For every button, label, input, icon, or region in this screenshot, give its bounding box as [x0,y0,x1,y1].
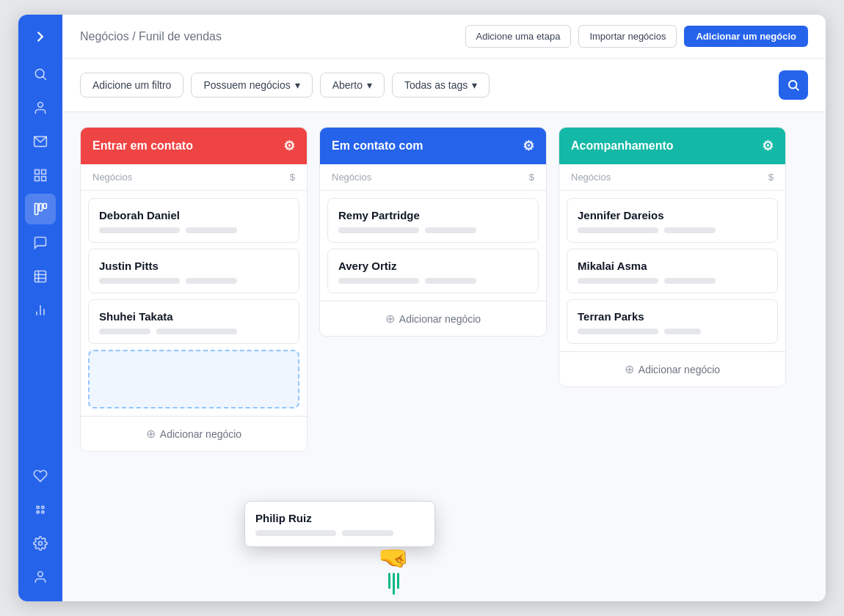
add-deal-col2-button[interactable]: ⊕ Adicionar negócio [320,301,546,336]
svg-rect-8 [35,204,38,215]
add-deal-col1-button[interactable]: ⊕ Adicionar negócio [81,416,307,451]
breadcrumb-main: Negócios [80,30,129,43]
bar-7 [338,227,419,233]
sidebar-item-apps[interactable] [25,494,56,525]
svg-point-2 [38,103,43,108]
column-3-subheader-left: Negócios [571,172,611,183]
column-3-cards: Jennifer Dareios Mikalai Asma [559,191,785,351]
column-header-1: Entrar em contato ⚙ [81,128,307,164]
kanban-column-2: Em contato com ⚙ Negócios $ Remy Partrid… [319,127,547,337]
bar-16 [664,329,701,334]
bar-3 [99,278,180,284]
header: Negócios / Funil de vendas Adicione uma … [62,15,826,59]
column-2-subheader: Negócios $ [320,164,546,191]
bar-14 [664,278,716,284]
deal-card-mikalai[interactable]: Mikalai Asma [567,249,778,293]
sidebar-item-kanban[interactable] [25,194,56,224]
main-content: Negócios / Funil de vendas Adicione uma … [62,15,826,601]
column-1-subheader-left: Negócios [92,172,132,183]
svg-point-20 [37,511,39,513]
deal-card-avery-name: Avery Ortiz [338,260,528,272]
deal-card-mikalai-name: Mikalai Asma [578,260,767,272]
breadcrumb-sub: Funil de vendas [139,30,222,43]
column-1-cards: Deborah Daniel Justin Pitts [81,191,307,416]
breadcrumb-sep: / [132,30,139,43]
add-deal-button[interactable]: Adicionar um negócio [684,26,808,47]
svg-point-22 [39,542,43,546]
header-actions: Adicione uma etapa Importar negócios Adi… [465,25,809,48]
svg-rect-4 [35,170,40,175]
column-1-subheader-right: $ [290,172,295,183]
deal-card-jennifer[interactable]: Jennifer Dareios [567,198,778,243]
import-deals-button[interactable]: Importar negócios [578,25,677,48]
sidebar-item-chat[interactable] [25,227,56,258]
deal-card-shuhei-name: Shuhei Takata [99,310,288,323]
svg-point-21 [42,511,44,513]
sidebar-item-favorites[interactable] [25,461,56,491]
bar-1 [99,227,180,233]
deal-card-terran-name: Terran Parks [578,310,767,323]
filter-tags-button[interactable]: Todas as tags ▾ [392,73,490,98]
deal-card-terran-bars [578,329,767,334]
svg-point-23 [38,572,43,577]
column-3-settings-icon[interactable]: ⚙ [762,138,774,154]
sidebar-item-chart[interactable] [25,295,56,326]
bar-8 [425,227,476,233]
deal-card-remy[interactable]: Remy Partridge [327,198,539,243]
deal-card-deborah-bars [99,227,288,233]
deal-card-justin-name: Justin Pitts [99,260,288,272]
sidebar-item-grid[interactable] [25,160,56,191]
column-header-3: Acompanhamento ⚙ [559,128,785,164]
deal-card-shuhei[interactable]: Shuhei Takata [88,299,299,344]
column-2-cards: Remy Partridge Avery Ortiz [320,191,546,301]
svg-point-19 [42,506,44,508]
sidebar-item-contacts[interactable] [25,92,56,123]
deal-card-deborah[interactable]: Deborah Daniel [88,198,299,243]
kanban-column-3: Acompanhamento ⚙ Negócios $ Jennifer Dar… [559,127,786,387]
column-2-subheader-left: Negócios [332,172,371,183]
deal-card-avery[interactable]: Avery Ortiz [327,249,539,293]
add-stage-button[interactable]: Adicione uma etapa [465,25,572,48]
kanban-wrapper: Entrar em contato ⚙ Negócios $ Deborah D… [62,112,826,601]
sidebar-item-mail[interactable] [25,126,56,157]
add-deal-col3-button[interactable]: ⊕ Adicionar negócio [559,351,785,386]
bar-5 [99,329,150,334]
filter-status-button[interactable]: Aberto ▾ [320,73,385,98]
sidebar-item-search[interactable] [25,59,56,89]
deal-card-jennifer-bars [578,227,767,233]
kanban-board: Entrar em contato ⚙ Negócios $ Deborah D… [62,112,826,601]
svg-rect-9 [39,204,42,211]
svg-rect-10 [43,204,46,209]
filter-add-button[interactable]: Adicione um filtro [80,73,183,98]
bar-6 [156,329,237,334]
add-deal-col2-label: Adicionar negócio [399,313,481,325]
add-deal-col1-icon: ⊕ [146,427,156,441]
deal-card-terran[interactable]: Terran Parks [567,299,778,344]
sidebar-item-table[interactable] [25,261,56,292]
deal-card-jennifer-name: Jennifer Dareios [578,209,767,221]
svg-rect-7 [42,177,46,181]
bar-2 [186,227,237,233]
filter-deals-button[interactable]: Possuem negócios ▾ [191,73,312,98]
kanban-column-1: Entrar em contato ⚙ Negócios $ Deborah D… [80,127,308,452]
deal-card-justin[interactable]: Justin Pitts [88,249,299,293]
filter-deals-chevron: ▾ [295,79,300,91]
column-2-settings-icon[interactable]: ⚙ [523,138,534,154]
column-2-subheader-right: $ [529,172,534,183]
filter-tags-chevron: ▾ [472,79,477,91]
sidebar-item-profile[interactable] [25,562,56,593]
bar-9 [338,278,419,284]
column-3-title: Acompanhamento [571,139,674,153]
sidebar-item-settings[interactable] [25,528,56,559]
filter-status-chevron: ▾ [367,79,372,91]
deal-card-justin-bars [99,278,288,284]
deal-card-avery-bars [338,278,528,284]
add-deal-col2-icon: ⊕ [385,312,395,326]
column-header-2: Em contato com ⚙ [320,128,546,164]
deal-card-mikalai-bars [578,278,767,284]
filter-tags-label: Todas as tags [404,79,468,91]
sidebar-logo[interactable] [27,23,54,50]
filter-search-button[interactable] [779,70,808,100]
svg-rect-5 [42,170,46,175]
column-1-settings-icon[interactable]: ⚙ [283,138,295,154]
